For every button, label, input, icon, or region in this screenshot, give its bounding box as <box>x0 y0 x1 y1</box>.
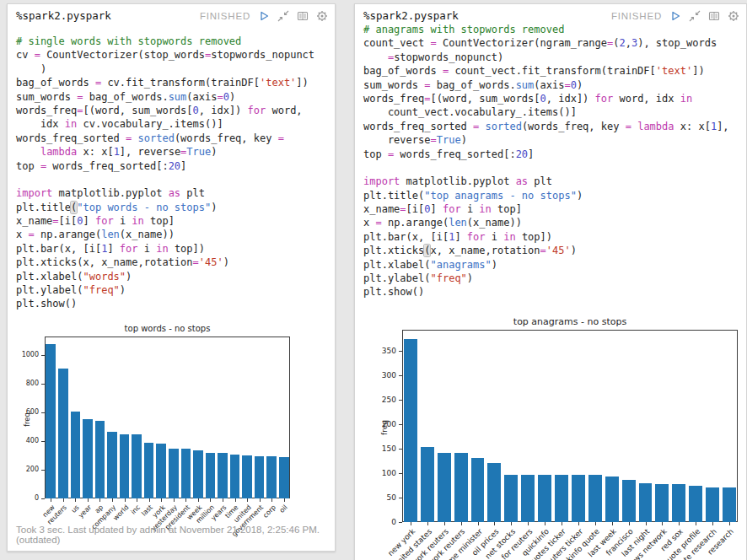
bar <box>144 443 154 498</box>
code-line: words_freq_sorted = sorted(words_freq, k… <box>16 132 333 145</box>
y-tick-label: 200 <box>368 420 396 428</box>
gear-icon[interactable] <box>316 10 328 22</box>
bar <box>120 434 130 498</box>
bar <box>242 455 252 498</box>
x-tick <box>696 522 696 525</box>
y-tick <box>399 498 402 498</box>
play-icon[interactable] <box>258 10 270 22</box>
bar <box>181 449 191 498</box>
y-tick-label: 50 <box>368 493 396 502</box>
code-editor[interactable]: # single words with stopwords removedcv … <box>16 35 333 311</box>
x-tick <box>562 522 562 525</box>
x-tick <box>612 522 613 525</box>
x-tick <box>210 498 211 502</box>
code-line: idx in cv.vocabulary_.items()] <box>16 117 333 131</box>
code-line: plt.xlabel("words") <box>16 270 333 283</box>
x-tick <box>712 522 713 525</box>
code-line: reverse=True) <box>363 133 744 147</box>
x-tick <box>271 498 272 502</box>
bar <box>218 453 228 498</box>
code-line: plt.ylabel("freq") <box>363 272 744 285</box>
x-tick <box>112 498 113 502</box>
bar <box>689 486 702 522</box>
x-tick <box>545 522 545 525</box>
code-line: plt.xticks(x, x_name,rotation='45') <box>363 244 744 257</box>
bar <box>588 475 602 522</box>
code-line: # single words with stopwords removed <box>16 35 333 48</box>
x-tick-label: inc <box>130 503 142 516</box>
code-line: plt.show() <box>16 297 333 310</box>
bar <box>438 453 451 522</box>
code-editor[interactable]: # anagrams with stopwords removedcount_v… <box>363 23 744 299</box>
bar-chart-words: top words - no stopsfreq0200400600800100… <box>14 323 333 534</box>
code-line: sum_words = bag_of_words.sum(axis=0) <box>363 78 744 92</box>
x-tick <box>161 498 162 502</box>
code-line: words_freq=[(word, sum_words[0, idx]) fo… <box>363 92 744 105</box>
x-tick <box>149 498 150 502</box>
code-line: top = words_freq_sorted[:20] <box>16 159 333 173</box>
bar <box>723 487 736 522</box>
x-tick <box>595 522 596 525</box>
book-icon[interactable] <box>297 10 309 22</box>
bar <box>421 447 434 522</box>
x-tick <box>260 498 261 502</box>
play-icon[interactable] <box>669 10 681 22</box>
bar <box>521 475 535 522</box>
bar <box>266 456 277 498</box>
code-line: count_vect.vocabulary_.items()] <box>363 105 744 119</box>
bar <box>279 457 289 498</box>
code-line: plt.title("top words - no stops") <box>16 201 333 214</box>
bar-chart-anagrams: top anagrams - no stopsfreq0501001502002… <box>368 316 747 560</box>
x-tick <box>511 522 512 525</box>
bar <box>504 475 518 522</box>
x-tick <box>729 522 730 525</box>
paragraph-status-text: Took 3 sec. Last updated by admin at Nov… <box>16 525 335 545</box>
y-tick <box>399 375 402 376</box>
y-tick <box>399 351 402 352</box>
y-tick-label: 150 <box>368 444 396 453</box>
y-tick-label: 350 <box>368 347 396 355</box>
x-tick <box>411 522 411 525</box>
x-tick <box>284 498 285 502</box>
code-line: import matplotlib.pyplot as plt <box>363 175 744 188</box>
y-tick <box>41 498 45 499</box>
x-tick <box>125 498 126 502</box>
compress-icon[interactable] <box>277 10 289 22</box>
code-line: cv = CountVectorizer(stop_words=stopword… <box>16 48 333 62</box>
bar <box>255 456 265 498</box>
x-tick <box>198 498 199 502</box>
paragraph-controls: FINISHED <box>611 10 739 22</box>
y-tick-label: 1000 <box>14 351 39 358</box>
code-line: words_freq=[(word, sum_words[0, idx]) fo… <box>16 104 333 117</box>
gear-icon[interactable] <box>728 10 739 22</box>
bar <box>538 475 551 522</box>
x-tick <box>578 522 579 525</box>
code-line: bag_of_words = cv.fit_transform(trainDF[… <box>16 76 333 89</box>
code-line: ) <box>16 62 333 76</box>
y-tick-label: 600 <box>14 408 39 416</box>
code-line: x = np.arange(len(x_name)) <box>363 216 744 229</box>
x-tick <box>75 498 76 502</box>
y-tick <box>41 384 45 385</box>
y-tick-label: 100 <box>368 469 396 477</box>
x-tick <box>461 522 462 525</box>
x-tick <box>88 498 89 502</box>
interpreter-title: %spark2.pyspark <box>16 9 111 22</box>
x-tick <box>247 498 248 502</box>
code-line <box>363 161 744 175</box>
y-tick <box>399 400 402 401</box>
y-tick-label: 250 <box>368 396 396 404</box>
book-icon[interactable] <box>708 10 720 22</box>
compress-icon[interactable] <box>689 10 701 22</box>
chart-title: top words - no stops <box>45 324 290 333</box>
x-tick <box>99 498 100 502</box>
bar <box>58 369 68 498</box>
code-line: =stopwords_nopunct) <box>363 51 744 64</box>
paragraph-controls: FINISHED <box>200 10 328 22</box>
x-tick <box>528 522 529 525</box>
bar <box>487 463 501 522</box>
code-line: sum_words = bag_of_words.sum(axis=0) <box>16 90 333 104</box>
y-tick-label: 0 <box>368 518 396 526</box>
y-tick <box>399 473 402 474</box>
code-line: x_name=[i[0] for i in top] <box>16 214 333 228</box>
